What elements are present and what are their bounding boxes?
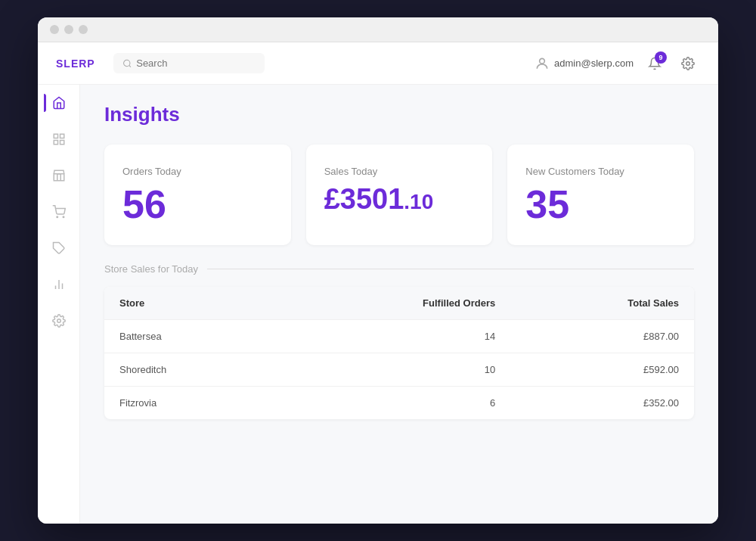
page-header: Insights bbox=[80, 85, 718, 138]
orders-value: 56 bbox=[122, 185, 273, 224]
svg-rect-5 bbox=[54, 141, 57, 145]
customers-label: New Customers Today bbox=[525, 166, 676, 177]
fulfilled-cell: 6 bbox=[278, 387, 510, 420]
page-title: Insights bbox=[104, 103, 694, 126]
browser-titlebar bbox=[38, 17, 718, 42]
orders-label: Orders Today bbox=[122, 166, 273, 177]
notification-bell[interactable]: 9 bbox=[643, 51, 667, 76]
search-bar[interactable] bbox=[113, 53, 265, 73]
store-cell: Battersea bbox=[104, 320, 278, 353]
settings-button[interactable] bbox=[676, 51, 700, 76]
svg-rect-3 bbox=[54, 134, 57, 138]
store-sales-table: Store Fulfilled Orders Total Sales Batte… bbox=[104, 287, 694, 419]
col-fulfilled: Fulfilled Orders bbox=[278, 287, 510, 320]
sales-value: £3501.10 bbox=[324, 185, 475, 213]
browser-dot-green bbox=[79, 25, 88, 34]
col-total-sales: Total Sales bbox=[510, 287, 694, 320]
home-icon bbox=[52, 96, 66, 110]
svg-point-0 bbox=[123, 60, 129, 66]
section-divider bbox=[207, 269, 694, 269]
stat-card-sales: Sales Today £3501.10 bbox=[306, 145, 493, 245]
table-section: Store Sales for Today Store Fulfilled Or… bbox=[80, 263, 718, 443]
sidebar-item-store[interactable] bbox=[44, 160, 74, 191]
sales-decimal: .10 bbox=[404, 190, 433, 213]
app-layout: Insights Orders Today 56 Sales Today £35… bbox=[38, 85, 718, 524]
total-sales-cell: £887.00 bbox=[510, 320, 694, 353]
grid-icon bbox=[52, 132, 66, 146]
browser-dot-yellow bbox=[64, 25, 73, 34]
sidebar-item-home[interactable] bbox=[44, 88, 74, 118]
user-avatar-icon bbox=[534, 56, 550, 71]
store-cell[interactable]: Fitzrovia bbox=[104, 387, 278, 420]
user-email: admin@slerp.com bbox=[554, 58, 634, 69]
section-title: Store Sales for Today bbox=[104, 263, 198, 275]
svg-point-13 bbox=[57, 319, 60, 323]
sidebar-gear-icon bbox=[52, 314, 66, 328]
cart-icon bbox=[52, 205, 66, 219]
browser-dot-red bbox=[50, 25, 59, 34]
fulfilled-cell: 14 bbox=[278, 320, 510, 353]
section-header: Store Sales for Today bbox=[104, 263, 694, 275]
app-logo: SLERP bbox=[56, 58, 95, 70]
tag-icon bbox=[52, 241, 66, 255]
top-navigation: SLERP admin@slerp.com 9 bbox=[38, 42, 718, 85]
stat-card-customers: New Customers Today 35 bbox=[507, 145, 694, 245]
fulfilled-cell: 10 bbox=[278, 353, 510, 387]
svg-point-2 bbox=[686, 61, 690, 65]
svg-point-8 bbox=[63, 216, 64, 218]
user-info: admin@slerp.com bbox=[534, 56, 634, 71]
stats-grid: Orders Today 56 Sales Today £3501.10 New… bbox=[80, 138, 718, 263]
svg-point-1 bbox=[540, 58, 545, 64]
table-row: Shoreditch10£592.00 bbox=[104, 353, 694, 387]
sales-main: £3501 bbox=[324, 183, 404, 215]
sidebar-item-grid[interactable] bbox=[44, 124, 74, 154]
gear-icon bbox=[681, 57, 695, 70]
col-store: Store bbox=[104, 287, 278, 320]
chart-icon bbox=[52, 278, 66, 291]
search-input[interactable] bbox=[136, 58, 255, 69]
table-header-row: Store Fulfilled Orders Total Sales bbox=[104, 287, 694, 320]
store-icon bbox=[52, 169, 66, 182]
main-content: Insights Orders Today 56 Sales Today £35… bbox=[80, 85, 718, 524]
notification-badge: 9 bbox=[655, 51, 667, 64]
svg-rect-4 bbox=[60, 134, 64, 138]
sidebar-item-cart[interactable] bbox=[44, 197, 74, 227]
search-icon bbox=[122, 58, 132, 69]
browser-window: SLERP admin@slerp.com 9 bbox=[38, 17, 718, 524]
sidebar-item-settings[interactable] bbox=[44, 306, 74, 336]
sales-label: Sales Today bbox=[324, 166, 475, 177]
customers-value: 35 bbox=[525, 185, 676, 224]
svg-point-7 bbox=[57, 216, 58, 218]
total-sales-cell: £592.00 bbox=[510, 353, 694, 387]
sidebar bbox=[38, 85, 80, 524]
table-row: Battersea14£887.00 bbox=[104, 320, 694, 353]
nav-right: admin@slerp.com 9 bbox=[534, 51, 700, 76]
table-row: Fitzrovia6£352.00 bbox=[104, 387, 694, 420]
sidebar-item-chart[interactable] bbox=[44, 269, 74, 300]
stat-card-orders: Orders Today 56 bbox=[104, 145, 291, 245]
store-cell[interactable]: Shoreditch bbox=[104, 353, 278, 387]
svg-rect-6 bbox=[60, 141, 64, 145]
sidebar-item-tag[interactable] bbox=[44, 233, 74, 263]
total-sales-cell: £352.00 bbox=[510, 387, 694, 420]
